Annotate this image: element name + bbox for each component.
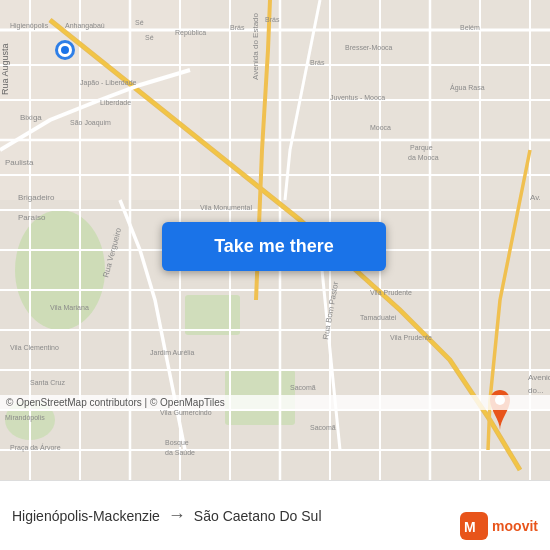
svg-text:Vila Mariana: Vila Mariana bbox=[50, 304, 89, 311]
svg-text:Rua Augusta: Rua Augusta bbox=[0, 43, 10, 95]
svg-text:Higienópolis: Higienópolis bbox=[10, 22, 49, 30]
svg-text:Mooca: Mooca bbox=[370, 124, 391, 131]
svg-text:da Mooca: da Mooca bbox=[408, 154, 439, 161]
svg-text:Vila Gumercindo: Vila Gumercindo bbox=[160, 409, 212, 416]
svg-text:Brás: Brás bbox=[265, 16, 280, 23]
map-container: Rua Augusta Bixiga Paulista Brigadeiro P… bbox=[0, 0, 550, 480]
map-attribution: © OpenStreetMap contributors | © OpenMap… bbox=[0, 395, 550, 410]
svg-text:Tamaduatei: Tamaduatei bbox=[360, 314, 397, 321]
svg-text:Vila Clementino: Vila Clementino bbox=[10, 344, 59, 351]
svg-text:Sé: Sé bbox=[145, 34, 154, 41]
svg-text:Paraíso: Paraíso bbox=[18, 213, 46, 222]
bottom-bar: Higienópolis-Mackenzie → São Caetano Do … bbox=[0, 480, 550, 550]
svg-text:São Joaquim: São Joaquim bbox=[70, 119, 111, 127]
svg-text:Parque: Parque bbox=[410, 144, 433, 152]
svg-text:Japão - Liberdade: Japão - Liberdade bbox=[80, 79, 137, 87]
svg-text:Bresser-Mooca: Bresser-Mooca bbox=[345, 44, 393, 51]
svg-point-34 bbox=[61, 46, 69, 54]
route-info: Higienópolis-Mackenzie → São Caetano Do … bbox=[12, 505, 538, 526]
svg-text:Anhangabaú: Anhangabaú bbox=[65, 22, 105, 30]
svg-text:Avenida: Avenida bbox=[528, 373, 550, 382]
svg-text:M: M bbox=[464, 519, 476, 535]
svg-text:Paulista: Paulista bbox=[5, 158, 34, 167]
svg-text:Av.: Av. bbox=[530, 193, 541, 202]
destination-label: São Caetano Do Sul bbox=[194, 508, 322, 524]
svg-text:Avenida do Estado: Avenida do Estado bbox=[251, 12, 260, 80]
svg-text:do...: do... bbox=[528, 386, 544, 395]
svg-text:Liberdade: Liberdade bbox=[100, 99, 131, 106]
svg-text:Jardim Aurélia: Jardim Aurélia bbox=[150, 349, 194, 356]
svg-text:Sé: Sé bbox=[135, 19, 144, 26]
svg-text:Água Rasa: Água Rasa bbox=[450, 83, 485, 92]
svg-text:Vila Prudente: Vila Prudente bbox=[370, 289, 412, 296]
svg-text:da Saúde: da Saúde bbox=[165, 449, 195, 456]
moovit-logo: M moovit bbox=[460, 512, 538, 540]
svg-text:Belém: Belém bbox=[460, 24, 480, 31]
svg-text:Bosque: Bosque bbox=[165, 439, 189, 447]
take-me-there-button[interactable]: Take me there bbox=[162, 222, 386, 271]
svg-text:Praça da Árvore: Praça da Árvore bbox=[10, 443, 61, 452]
svg-text:República: República bbox=[175, 29, 206, 37]
svg-text:Sacomã: Sacomã bbox=[290, 384, 316, 391]
svg-point-4 bbox=[15, 210, 105, 330]
svg-text:Brigadeiro: Brigadeiro bbox=[18, 193, 55, 202]
svg-text:Bixiga: Bixiga bbox=[20, 113, 42, 122]
route-arrow-icon: → bbox=[168, 505, 186, 526]
origin-label: Higienópolis-Mackenzie bbox=[12, 508, 160, 524]
svg-text:Vila Monumental: Vila Monumental bbox=[200, 204, 252, 211]
svg-text:Juventus - Mooca: Juventus - Mooca bbox=[330, 94, 385, 101]
svg-text:Vila Prudente: Vila Prudente bbox=[390, 334, 432, 341]
moovit-brand-text: moovit bbox=[492, 518, 538, 534]
svg-text:Brás: Brás bbox=[230, 24, 245, 31]
svg-text:Mirandópolis: Mirandópolis bbox=[5, 414, 45, 422]
moovit-icon: M bbox=[460, 512, 488, 540]
svg-text:Brás: Brás bbox=[310, 59, 325, 66]
svg-text:Santa Cruz: Santa Cruz bbox=[30, 379, 66, 386]
svg-text:Sacomã: Sacomã bbox=[310, 424, 336, 431]
